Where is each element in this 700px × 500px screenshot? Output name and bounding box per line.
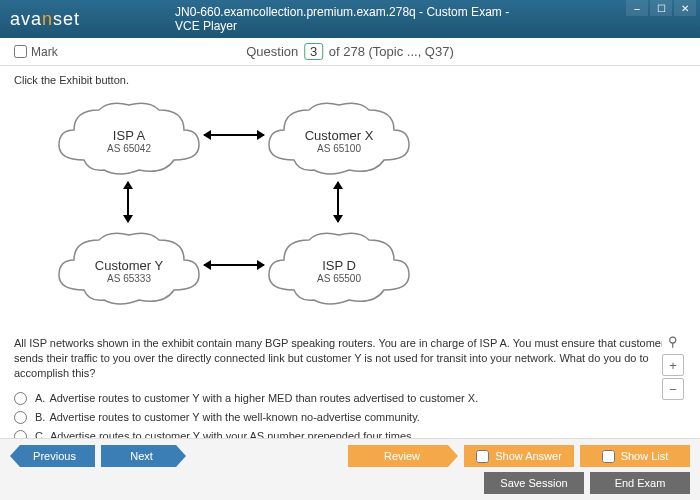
question-header: Mark Question 3 of 278 (Topic ..., Q37)	[0, 38, 700, 66]
app-logo: avanset	[10, 9, 80, 30]
show-answer-checkbox[interactable]	[476, 450, 489, 463]
window-controls: – ☐ ✕	[626, 0, 696, 16]
minimize-button[interactable]: –	[626, 0, 648, 16]
arrow-custx-ispd	[337, 182, 339, 222]
mark-label: Mark	[31, 45, 58, 59]
exhibit-diagram: ISP AAS 65042 Customer XAS 65100 Custome…	[14, 90, 686, 330]
question-number-box: 3	[304, 43, 323, 60]
answer-option[interactable]: A. Advertise routes to customer Y with a…	[14, 389, 686, 408]
answer-radio-a[interactable]	[14, 392, 27, 405]
zoom-out-button[interactable]: −	[662, 378, 684, 400]
save-session-button[interactable]: Save Session	[484, 472, 584, 494]
cloud-customer-y: Customer YAS 65333	[54, 230, 204, 310]
window-title: JN0-660.examcollection.premium.exam.278q…	[175, 5, 525, 33]
zoom-in-button[interactable]: +	[662, 354, 684, 376]
cloud-customer-x: Customer XAS 65100	[264, 100, 414, 180]
answer-option[interactable]: B. Advertise routes to customer Y with t…	[14, 408, 686, 427]
answers-list: A. Advertise routes to customer Y with a…	[14, 389, 686, 446]
answer-radio-b[interactable]	[14, 411, 27, 424]
zoom-controls: ⚲ + −	[662, 330, 684, 400]
cloud-isp-a: ISP AAS 65042	[54, 100, 204, 180]
exhibit-instruction: Click the Exhibit button.	[14, 74, 686, 86]
end-exam-button[interactable]: End Exam	[590, 472, 690, 494]
review-button[interactable]: Review	[348, 445, 458, 467]
maximize-button[interactable]: ☐	[650, 0, 672, 16]
show-list-button[interactable]: Show List	[580, 445, 690, 467]
arrow-custy-ispd	[204, 264, 264, 266]
previous-button[interactable]: Previous	[10, 445, 95, 467]
content-area: Click the Exhibit button. ISP AAS 65042 …	[0, 66, 700, 456]
arrow-ispa-custx	[204, 134, 264, 136]
footer-toolbar: Previous Next Review Show Answer Show Li…	[0, 438, 700, 500]
show-answer-button[interactable]: Show Answer	[464, 445, 574, 467]
next-button[interactable]: Next	[101, 445, 186, 467]
close-button[interactable]: ✕	[674, 0, 696, 16]
arrow-ispa-custy	[127, 182, 129, 222]
zoom-reset-icon[interactable]: ⚲	[662, 330, 684, 352]
mark-checkbox[interactable]	[14, 45, 27, 58]
titlebar: avanset JN0-660.examcollection.premium.e…	[0, 0, 700, 38]
show-list-checkbox[interactable]	[602, 450, 615, 463]
question-text: All ISP networks shown in the exhibit co…	[14, 336, 686, 381]
question-counter: Question 3 of 278 (Topic ..., Q37)	[246, 43, 454, 60]
cloud-isp-d: ISP DAS 65500	[264, 230, 414, 310]
